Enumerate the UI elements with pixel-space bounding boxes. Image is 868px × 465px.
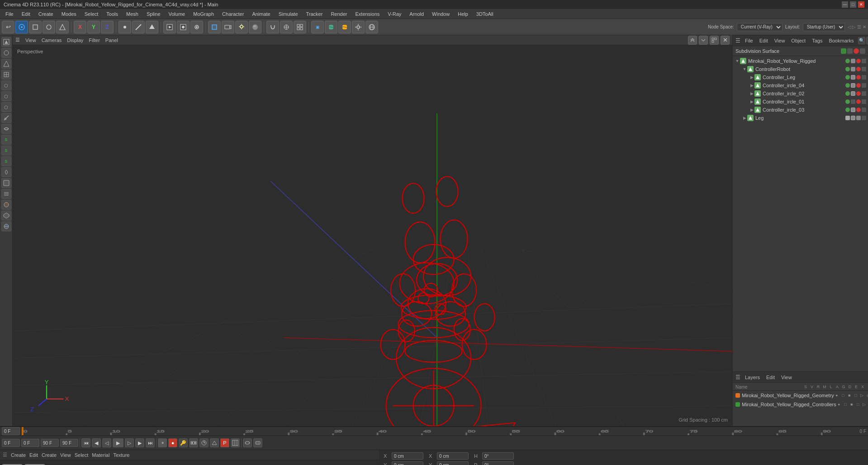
left-tool-8[interactable] bbox=[1, 113, 11, 123]
camera-button[interactable] bbox=[222, 21, 234, 33]
tl-param1[interactable] bbox=[189, 438, 198, 447]
grid-button[interactable] bbox=[294, 21, 306, 33]
coord-x-input[interactable] bbox=[392, 452, 423, 460]
mat-create-menu[interactable]: Create bbox=[11, 452, 26, 458]
viewport-filter-menu[interactable]: Filter bbox=[89, 38, 100, 43]
om-file-menu[interactable]: File bbox=[743, 38, 755, 44]
tree-item-controller-leg[interactable]: ▶ Controller_Leg bbox=[733, 73, 868, 81]
null-button[interactable] bbox=[208, 21, 221, 33]
tl-key[interactable]: 🔑 bbox=[179, 438, 188, 447]
tl-play[interactable]: ▶ bbox=[113, 438, 123, 447]
menu-item-simulate[interactable]: Simulate bbox=[275, 10, 302, 18]
om-bookmarks-menu[interactable]: Bookmarks bbox=[827, 38, 855, 44]
snapping-button[interactable] bbox=[280, 21, 293, 33]
viewport-action-2[interactable] bbox=[699, 36, 708, 45]
left-tool-4[interactable] bbox=[1, 70, 11, 80]
subdivision-surface-row[interactable]: Subdivision Surface bbox=[733, 46, 868, 56]
menu-item-create[interactable]: Create bbox=[35, 10, 57, 18]
left-tool-s3[interactable]: S bbox=[1, 156, 11, 166]
mat-view-menu[interactable]: View bbox=[60, 452, 71, 458]
viewport-action-1[interactable] bbox=[688, 36, 697, 45]
timeline-current-frame[interactable] bbox=[2, 427, 20, 435]
left-tool-5[interactable]: ⬡ bbox=[1, 80, 11, 90]
tree-item-c02[interactable]: ▶ Controller_ircle_02 bbox=[733, 89, 868, 98]
tl-auto-key[interactable]: ⚬ bbox=[158, 438, 167, 447]
tl-step-fwd[interactable]: ▷ bbox=[125, 438, 134, 447]
menu-item-edit[interactable]: Edit bbox=[18, 10, 34, 18]
ss-btn-gray[interactable] bbox=[847, 48, 853, 54]
tree-item-c03[interactable]: ▶ Controller_ircle_03 bbox=[733, 106, 868, 114]
om-edit-menu[interactable]: Edit bbox=[758, 38, 770, 44]
coord-xr-input[interactable] bbox=[437, 452, 469, 460]
om-view-menu[interactable]: View bbox=[773, 38, 787, 44]
node-space-select[interactable]: Current (V-Ray) bbox=[737, 23, 783, 31]
tl-motion2[interactable] bbox=[253, 438, 262, 447]
tl-fps-input[interactable] bbox=[60, 439, 78, 447]
mat-select-menu[interactable]: Select bbox=[75, 452, 89, 458]
web-button[interactable] bbox=[365, 21, 378, 33]
viewport-view-menu[interactable]: View bbox=[25, 38, 36, 43]
python-button[interactable] bbox=[325, 21, 337, 33]
om-tags-menu[interactable]: Tags bbox=[810, 38, 824, 44]
viewport-display-menu[interactable]: Display bbox=[67, 38, 83, 43]
left-tool-s1[interactable]: S bbox=[1, 135, 11, 145]
script-button[interactable] bbox=[338, 21, 351, 33]
ss-btn-red[interactable] bbox=[854, 48, 859, 54]
tl-step-fwd2[interactable]: ▶ bbox=[135, 438, 144, 447]
tl-step-back2[interactable]: ◁ bbox=[102, 438, 111, 447]
viewport-canvas[interactable]: X Y Z Perspective Grid Spacing : 100 cm bbox=[13, 45, 732, 426]
points-mode-button[interactable] bbox=[119, 21, 131, 33]
layout-select[interactable]: Startup (User) bbox=[803, 23, 845, 31]
left-tool-s2[interactable]: S bbox=[1, 146, 11, 155]
z-axis-button[interactable]: Z bbox=[101, 21, 114, 33]
edges-mode-button[interactable] bbox=[132, 21, 145, 33]
tree-expand-leg2[interactable]: ▶ bbox=[742, 115, 747, 121]
menu-item-animate[interactable]: Animate bbox=[248, 10, 274, 18]
tl-motion1[interactable] bbox=[243, 438, 252, 447]
render-region-button[interactable] bbox=[163, 21, 176, 33]
xref-button[interactable]: ▣ bbox=[311, 21, 324, 33]
menu-item-3dtoall[interactable]: 3DToAll bbox=[473, 10, 497, 18]
left-tool-2[interactable] bbox=[1, 48, 11, 58]
tl-record[interactable]: ● bbox=[168, 438, 177, 447]
om-action-1[interactable]: 🔍 bbox=[858, 37, 865, 44]
tree-expand-c02[interactable]: ▶ bbox=[749, 91, 754, 96]
maximize-button[interactable]: □ bbox=[850, 1, 856, 8]
menu-item-volume[interactable]: Volume bbox=[165, 10, 189, 18]
menu-item-arnold[interactable]: Arnold bbox=[406, 10, 427, 18]
mat-edit-menu[interactable]: Edit bbox=[29, 452, 38, 458]
menu-item-render[interactable]: Render bbox=[327, 10, 351, 18]
viewport-cameras-menu[interactable]: Cameras bbox=[42, 38, 62, 43]
menu-item-extensions[interactable]: Extensions bbox=[351, 10, 383, 18]
tree-expand-leg[interactable]: ▶ bbox=[749, 75, 754, 80]
layer-row-geometry[interactable]: Mirokai_Robot_Yellow_Rigged_Geometry ● □… bbox=[733, 391, 868, 400]
left-tool-13[interactable] bbox=[1, 200, 11, 210]
coord-h-input[interactable] bbox=[482, 452, 514, 460]
render-view-button[interactable] bbox=[177, 21, 190, 33]
coord-p-input[interactable] bbox=[482, 461, 514, 465]
render-settings-button[interactable] bbox=[190, 21, 203, 33]
viewport-action-4[interactable]: ✕ bbox=[721, 36, 730, 45]
tl-step-back[interactable]: ◀ bbox=[92, 438, 101, 447]
tree-item-c01[interactable]: ▶ Controller_ircle_01 bbox=[733, 98, 868, 106]
x-axis-button[interactable]: X bbox=[74, 21, 86, 33]
material-button[interactable] bbox=[249, 21, 261, 33]
menu-item-v-ray[interactable]: V-Ray bbox=[384, 10, 405, 18]
left-tool-6[interactable]: ⬡ bbox=[1, 91, 11, 101]
left-tool-9[interactable] bbox=[1, 124, 11, 134]
coord-y-input[interactable] bbox=[392, 461, 423, 465]
menu-item-mograph[interactable]: MoGraph bbox=[190, 10, 218, 18]
viewport-panel-menu[interactable]: Panel bbox=[105, 38, 118, 43]
left-tool-15[interactable] bbox=[1, 221, 11, 231]
left-tool-12[interactable] bbox=[1, 189, 11, 199]
menu-item-help[interactable]: Help bbox=[454, 10, 472, 18]
mat-texture-menu[interactable]: Texture bbox=[113, 452, 129, 458]
menu-item-mesh[interactable]: Mesh bbox=[123, 10, 142, 18]
magnet-button[interactable] bbox=[266, 21, 279, 33]
tree-item-c04[interactable]: ▶ Controller_ircle_04 bbox=[733, 81, 868, 89]
move-button[interactable] bbox=[29, 21, 42, 33]
layers-edit-menu[interactable]: Edit bbox=[764, 374, 777, 380]
mat-create2-menu[interactable]: Create bbox=[42, 452, 57, 458]
live-select-button[interactable] bbox=[15, 21, 28, 33]
tree-expand-robot[interactable]: ▼ bbox=[735, 58, 740, 64]
